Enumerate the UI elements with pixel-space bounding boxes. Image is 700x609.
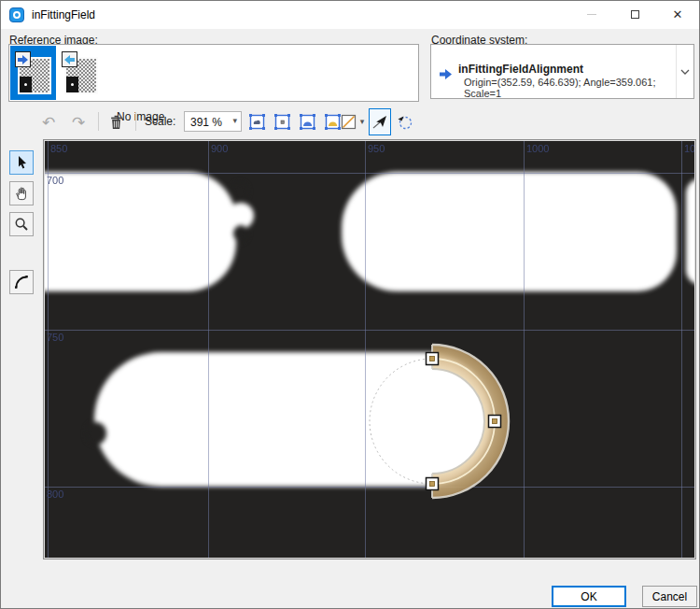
toolbar-separator (98, 112, 99, 131)
edit-pointer-icon (372, 114, 388, 130)
title-bar: inFittingField ✕ (1, 1, 699, 29)
cancel-button[interactable]: Cancel (642, 586, 697, 607)
rotate-icon (396, 113, 414, 132)
hand-icon (14, 186, 29, 201)
trash-icon (109, 115, 123, 130)
chevron-down-icon[interactable] (676, 45, 693, 98)
arc-tool-icon (14, 275, 29, 290)
thumbnail-corner (20, 77, 32, 92)
coordinate-system-name: inFittingFieldAlignment (458, 63, 583, 76)
fit-width-button[interactable] (296, 110, 318, 133)
fit-width-blue-icon (299, 113, 316, 131)
arc-annotation-overlay (45, 141, 694, 558)
reference-thumbnail-selected[interactable] (10, 46, 56, 100)
maximize-button[interactable] (613, 1, 656, 28)
caret-down-icon: ▾ (360, 117, 365, 126)
arrow-right-icon (15, 51, 31, 67)
fit-point-icon (273, 113, 291, 131)
fit-selection-icon (248, 113, 266, 131)
coordinate-arrow-icon (440, 66, 452, 83)
scale-value: 391 % (190, 116, 222, 129)
canvas-toolbar: ↶ ↷ Scale: 391 % ▾ (1, 106, 699, 137)
caret-down-icon: ▾ (232, 116, 237, 125)
reference-thumbnail-2[interactable] (57, 46, 103, 100)
no-fill-icon (341, 114, 357, 130)
scale-combo[interactable]: 391 % ▾ (184, 111, 242, 132)
thumbnail-image (18, 57, 51, 94)
minimize-button[interactable] (570, 1, 613, 28)
close-button[interactable]: ✕ (656, 1, 699, 28)
dialog-window: inFittingField ✕ Reference image: (0, 0, 700, 609)
delete-button[interactable] (105, 112, 126, 133)
coordinate-system-combo[interactable]: inFittingFieldAlignment Origin=(352.59, … (430, 44, 694, 99)
magnifier-icon (14, 217, 29, 232)
arc-handle-mid[interactable] (489, 416, 501, 428)
canvas-viewport[interactable]: 850 900 950 1000 105 700 750 800 (45, 141, 694, 558)
no-fill-dropdown[interactable]: ▾ (357, 116, 367, 127)
app-icon (9, 7, 24, 22)
canvas-frame: 850 900 950 1000 105 700 750 800 (43, 139, 696, 559)
thumbnail-corner (66, 77, 78, 92)
redo-button[interactable]: ↷ (68, 112, 89, 133)
tool-arc-button[interactable] (9, 270, 34, 294)
tool-select-button[interactable] (9, 150, 34, 175)
undo-button[interactable]: ↶ (38, 112, 59, 133)
redo-icon: ↷ (72, 115, 85, 131)
no-fill-button[interactable] (339, 112, 357, 131)
tool-pan-button[interactable] (9, 181, 34, 205)
arc-handle-end[interactable] (427, 478, 439, 490)
fit-point-button[interactable] (271, 110, 293, 133)
minimize-icon (587, 14, 596, 15)
window-title: inFittingField (32, 8, 95, 21)
close-icon: ✕ (673, 8, 683, 21)
scale-label: Scale: (145, 115, 175, 128)
arc-handle-start[interactable] (427, 353, 439, 365)
fit-selection-button[interactable] (245, 110, 268, 133)
arrow-left-icon (62, 51, 77, 67)
toolbar-separator (135, 112, 136, 131)
rotation-center-button[interactable] (394, 111, 416, 134)
maximize-icon (631, 10, 639, 19)
coordinate-system-details: Origin=(352.59, 646.639); Angle=359.061;… (464, 77, 693, 99)
ok-button[interactable]: OK (552, 586, 626, 607)
caption-buttons: ✕ (570, 1, 699, 28)
cursor-arrow-icon (15, 155, 29, 170)
edit-pointer-toggle[interactable] (369, 108, 391, 135)
thumbnail-image (64, 57, 98, 94)
tool-zoom-button[interactable] (9, 212, 34, 236)
reference-image-panel: No image (8, 44, 419, 102)
undo-icon: ↶ (42, 115, 55, 131)
